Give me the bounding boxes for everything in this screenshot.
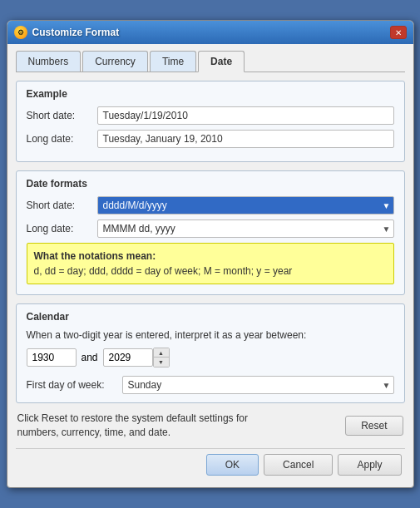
year-up-button[interactable]: ▲: [154, 348, 169, 358]
short-date-select[interactable]: dddd/M/d/yyyy: [97, 196, 394, 215]
short-date-example-value: Tuesday/1/19/2010: [97, 106, 394, 125]
first-day-label: First day of week:: [27, 379, 122, 391]
short-date-select-wrapper: dddd/M/d/yyyy ▼: [97, 196, 394, 215]
short-date-example-row: Short date: Tuesday/1/19/2010: [27, 106, 394, 125]
and-label: and: [82, 352, 98, 363]
reset-button[interactable]: Reset: [345, 416, 403, 436]
notation-label: What the notations mean:: [34, 250, 156, 262]
year-start-input[interactable]: [27, 348, 77, 367]
calendar-section-title: Calendar: [27, 311, 394, 323]
dialog-content: Numbers Currency Time Date Example Short…: [7, 44, 413, 487]
calendar-section: Calendar When a two-digit year is entere…: [16, 303, 405, 403]
short-date-example-label: Short date:: [27, 110, 97, 121]
first-day-row: First day of week: Sunday Monday Saturda…: [27, 376, 394, 394]
window-title: Customize Format: [32, 27, 120, 38]
title-bar-controls: ✕: [390, 26, 407, 39]
example-section-title: Example: [27, 88, 394, 100]
long-date-example-label: Long date:: [27, 133, 97, 145]
long-date-select[interactable]: MMMM dd, yyyy: [97, 219, 394, 238]
tab-time[interactable]: Time: [150, 51, 196, 72]
reset-area: Click Reset to restore the system defaul…: [16, 412, 405, 440]
window-icon: ⚙: [14, 26, 27, 39]
reset-text: Click Reset to restore the system defaul…: [17, 412, 275, 440]
customize-format-dialog: ⚙ Customize Format ✕ Numbers Currency Ti…: [7, 20, 414, 488]
tab-bar: Numbers Currency Time Date: [16, 51, 405, 72]
bottom-buttons: OK Cancel Apply: [16, 448, 405, 479]
two-digit-year-row: When a two-digit year is entered, interp…: [27, 329, 394, 341]
year-end-input[interactable]: [103, 348, 153, 367]
example-section: Example Short date: Tuesday/1/19/2010 Lo…: [16, 81, 405, 162]
first-day-select[interactable]: Sunday Monday Saturday: [122, 376, 394, 394]
long-date-select-wrapper: MMMM dd, yyyy ▼: [97, 219, 394, 238]
year-down-button[interactable]: ▼: [154, 358, 169, 367]
tab-date[interactable]: Date: [198, 51, 245, 72]
cancel-button[interactable]: Cancel: [264, 454, 333, 476]
notation-box: What the notations mean: d, dd = day; dd…: [27, 243, 394, 284]
date-formats-title: Date formats: [27, 178, 394, 190]
long-date-format-label: Long date:: [27, 223, 97, 234]
short-date-format-label: Short date:: [27, 200, 97, 211]
ok-button[interactable]: OK: [206, 454, 259, 476]
year-range-row: and ▲ ▼: [27, 348, 394, 367]
apply-button[interactable]: Apply: [338, 454, 401, 476]
title-bar: ⚙ Customize Format ✕: [7, 21, 413, 44]
close-button[interactable]: ✕: [390, 26, 407, 39]
two-digit-year-text: When a two-digit year is entered, interp…: [27, 329, 307, 341]
long-date-example-row: Long date: Tuesday, January 19, 2010: [27, 130, 394, 148]
year-end-group: ▲ ▼: [103, 348, 170, 367]
date-formats-section: Date formats Short date: dddd/M/d/yyyy ▼…: [16, 170, 405, 295]
long-date-example-value: Tuesday, January 19, 2010: [97, 130, 394, 148]
year-spinner[interactable]: ▲ ▼: [153, 348, 170, 367]
short-date-format-row: Short date: dddd/M/d/yyyy ▼: [27, 196, 394, 215]
long-date-format-row: Long date: MMMM dd, yyyy ▼: [27, 219, 394, 238]
tab-numbers[interactable]: Numbers: [16, 51, 82, 72]
title-bar-left: ⚙ Customize Format: [14, 26, 120, 39]
notation-text: d, dd = day; ddd, dddd = day of week; M …: [34, 265, 293, 277]
first-day-select-wrapper: Sunday Monday Saturday ▼: [122, 376, 394, 394]
tab-currency[interactable]: Currency: [82, 51, 148, 72]
